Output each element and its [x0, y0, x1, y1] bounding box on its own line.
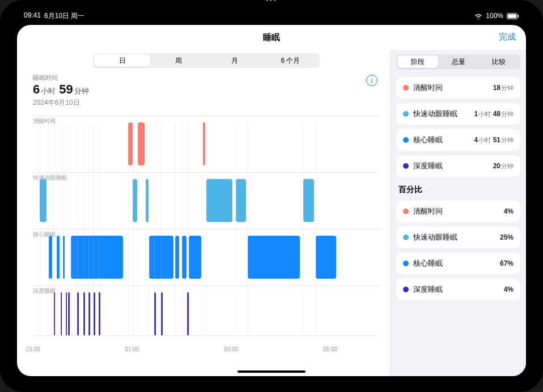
dot-icon: [403, 261, 409, 266]
chart-segment-core: [316, 236, 337, 279]
device-frame: ••• 09:41 6月10日 周一 100% 睡眠 完成 日 周: [0, 0, 543, 392]
info-button[interactable]: i: [366, 75, 377, 86]
wifi-icon: [474, 13, 482, 19]
dot-icon: [403, 163, 409, 169]
stage-label: 核心睡眠: [413, 135, 443, 145]
percent-row-deep[interactable]: 深度睡眠 4%: [396, 279, 520, 300]
dot-icon: [403, 85, 409, 91]
x-tick: 05:00: [323, 346, 337, 352]
chart-row-label: 快速动眼睡眠: [33, 174, 67, 182]
home-indicator[interactable]: [237, 370, 306, 373]
stage-label: 清醒时间: [413, 83, 443, 93]
tab-day[interactable]: 日: [94, 54, 150, 67]
chart-segment-awake: [128, 122, 132, 165]
chart-segment-core: [189, 236, 201, 279]
summary-minutes-unit: 分钟: [74, 86, 89, 96]
summary-date: 2024年6月10日: [33, 98, 380, 108]
stage-label: 核心睡眠: [413, 258, 443, 269]
chart-segment-core: [175, 236, 179, 279]
stage-label: 快速动眼睡眠: [413, 232, 457, 242]
page-title: 睡眠: [263, 32, 280, 43]
period-segmented[interactable]: 日 周 月 6 个月: [93, 53, 320, 68]
chart-segment-rem: [40, 179, 46, 222]
percent-row-core[interactable]: 核心睡眠 67%: [396, 253, 520, 274]
battery-icon: [507, 13, 519, 19]
tab-total[interactable]: 总量: [438, 56, 479, 68]
dot-icon: [403, 111, 409, 117]
tab-compare[interactable]: 比较: [478, 56, 519, 68]
dot-icon: [403, 137, 409, 143]
sleep-stage-chart[interactable]: 清醒时间快速动眼睡眠核心睡眠深度睡眠23:0001:0003:0005:00: [33, 116, 380, 342]
chart-row-label: 清醒时间: [33, 117, 56, 125]
status-battery: 100%: [486, 12, 503, 20]
side-segmented[interactable]: 阶段 总量 比较: [396, 54, 520, 69]
tab-six-month[interactable]: 6 个月: [262, 54, 319, 67]
chart-segment-rem: [236, 179, 246, 222]
duration-row-deep[interactable]: 深度睡眠 20分钟: [396, 155, 520, 177]
summary-value: 6 小时 59 分钟: [33, 82, 380, 97]
tab-month[interactable]: 月: [206, 54, 262, 67]
dot-icon: [403, 287, 409, 292]
svg-rect-2: [518, 15, 519, 18]
summary-label: 睡眠时间: [33, 74, 380, 82]
side-panel: 阶段 总量 比较 清醒时间 18分钟 快速动眼睡眠 1小时 48分钟 核心睡眠 …: [390, 50, 526, 376]
duration-row-awake[interactable]: 清醒时间 18分钟: [396, 77, 520, 99]
chart-row-label: 深度睡眠: [33, 287, 56, 295]
chart-segment-core: [71, 236, 123, 279]
chart-segment-rem: [206, 179, 232, 222]
percent-row-rem[interactable]: 快速动眼睡眠 25%: [396, 227, 520, 248]
status-time: 09:41: [24, 11, 41, 21]
chart-row-label: 核心睡眠: [33, 231, 56, 238]
duration-row-core[interactable]: 核心睡眠 4小时 51分钟: [396, 129, 520, 151]
chart-segment-awake: [138, 122, 145, 165]
chart-segment-core: [182, 236, 186, 279]
nav-bar: 睡眠 完成: [17, 25, 526, 50]
stage-label: 深度睡眠: [413, 284, 443, 295]
x-tick: 03:00: [224, 346, 238, 352]
dot-icon: [403, 235, 409, 240]
x-tick: 01:00: [125, 346, 139, 352]
chart-segment-rem: [303, 179, 313, 222]
app-screen: 睡眠 完成 日 周 月 6 个月 睡眠时间 6 小时 59 分钟 2024年6月…: [17, 25, 526, 376]
dot-icon: [403, 208, 409, 214]
summary-minutes: 59: [59, 82, 73, 97]
duration-row-rem[interactable]: 快速动眼睡眠 1小时 48分钟: [396, 103, 520, 125]
status-date: 6月10日 周一: [44, 11, 84, 21]
chart-segment-rem: [133, 179, 137, 222]
x-tick: 23:00: [26, 346, 40, 352]
camera-dots-icon: •••: [266, 0, 278, 5]
percent-row-awake[interactable]: 清醒时间 4%: [396, 201, 520, 222]
status-bar: 09:41 6月10日 周一 100%: [17, 10, 526, 22]
summary-hours: 6: [33, 82, 40, 97]
chart-segment-core: [248, 236, 300, 279]
svg-rect-1: [508, 14, 516, 18]
stage-label: 快速动眼睡眠: [413, 109, 457, 119]
stage-label: 清醒时间: [413, 206, 443, 216]
done-button[interactable]: 完成: [499, 32, 516, 42]
tab-stages[interactable]: 阶段: [397, 56, 438, 68]
stage-label: 深度睡眠: [413, 161, 443, 171]
percent-title: 百分比: [398, 185, 520, 195]
main-pane: 日 周 月 6 个月 睡眠时间 6 小时 59 分钟 2024年6月10日 i …: [17, 50, 390, 376]
summary-hours-unit: 小时: [41, 86, 56, 96]
tab-week[interactable]: 周: [150, 54, 206, 67]
